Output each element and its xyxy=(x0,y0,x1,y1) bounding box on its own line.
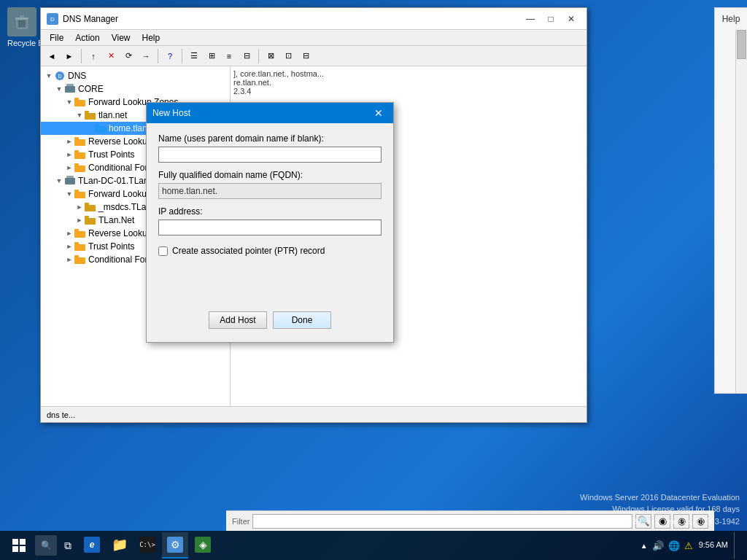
sys-tray: ▲ 🔊 🌐 ⚠ xyxy=(640,540,693,551)
task-view-button[interactable]: ⧉ xyxy=(57,532,79,559)
tree-expand-reverse[interactable]: ► xyxy=(64,136,74,147)
name-input[interactable] xyxy=(158,147,382,163)
menu-help[interactable]: Help xyxy=(136,31,166,44)
dialog-titlebar: New Host ✕ xyxy=(147,103,393,123)
name-label: Name (uses parent domain name if blank): xyxy=(158,133,382,144)
tree-expand-msdcs[interactable]: ► xyxy=(74,202,85,212)
tray-arrow[interactable]: ▲ xyxy=(640,542,648,550)
tree-expand-tlan[interactable]: ▼ xyxy=(74,110,85,120)
svg-rect-35 xyxy=(74,242,79,245)
add-host-button[interactable]: Add Host xyxy=(209,311,267,329)
fqdn-input[interactable] xyxy=(158,183,382,199)
close-button[interactable]: ✕ xyxy=(562,12,581,26)
tree-expand-cond2[interactable]: ► xyxy=(64,254,74,265)
tree-label-dns: DNS xyxy=(68,71,86,81)
tree-expand-home[interactable] xyxy=(85,123,95,133)
menu-view[interactable]: View xyxy=(106,31,136,44)
taskbar-dns[interactable]: ⚙ xyxy=(162,532,188,559)
tree-icon-tlan-dc xyxy=(64,175,76,187)
dns-statusbar: dns te... xyxy=(41,406,587,422)
dialog-close-button[interactable]: ✕ xyxy=(370,106,387,120)
toolbar-filter[interactable]: ☰ xyxy=(186,48,202,64)
watermark-line3: Build 14393.rs1_release.200303-1942 xyxy=(580,516,740,528)
tree-icon-folder5 xyxy=(74,188,86,200)
tree-item-dns[interactable]: ▼ D DNS xyxy=(41,69,230,82)
dns-toolbar: ◄ ► ↑ ✕ ⟳ → ? ☰ ⊞ ≡ ⊟ ⊠ ⊡ ⊟ xyxy=(41,46,587,66)
tree-expand-tlan2[interactable]: ► xyxy=(74,215,85,225)
tree-icon-tlan xyxy=(85,109,96,121)
toolbar-help[interactable]: ? xyxy=(162,48,178,64)
svg-rect-10 xyxy=(65,86,75,93)
toolbar-forward[interactable]: ► xyxy=(61,48,77,64)
tree-expand-dns[interactable]: ▼ xyxy=(44,71,54,81)
menu-file[interactable]: File xyxy=(44,31,69,44)
tree-item-core[interactable]: ▼ CORE xyxy=(41,82,230,96)
done-button[interactable]: Done xyxy=(273,311,331,329)
toolbar-extra3[interactable]: ⊟ xyxy=(298,48,314,64)
minimize-button[interactable]: — xyxy=(521,12,540,26)
maximize-button[interactable]: □ xyxy=(541,12,560,26)
svg-rect-30 xyxy=(85,218,96,225)
toolbar-extra1[interactable]: ⊠ xyxy=(263,48,279,64)
filter-label: Filter xyxy=(232,517,249,526)
tree-label-trust2: Trust Points xyxy=(88,241,135,252)
taskbar-app5[interactable]: ◈ xyxy=(190,532,216,559)
tray-volume[interactable]: 🔊 xyxy=(652,540,664,551)
search-icon: 🔍 xyxy=(41,540,52,551)
svg-rect-33 xyxy=(74,229,79,232)
tree-expand-trust2[interactable]: ► xyxy=(64,241,74,252)
svg-rect-22 xyxy=(74,166,85,172)
tree-expand-rev2[interactable]: ► xyxy=(64,228,74,238)
tray-network[interactable]: 🌐 xyxy=(668,540,680,551)
svg-rect-15 xyxy=(85,111,89,114)
dns-title-text: DNS Manager xyxy=(63,14,521,24)
show-desktop-button[interactable] xyxy=(734,532,738,559)
tree-expand-fwd2[interactable]: ▼ xyxy=(64,189,74,199)
start-button[interactable] xyxy=(3,532,35,559)
new-host-dialog: New Host ✕ Name (uses parent domain name… xyxy=(146,102,394,343)
toolbar-delete[interactable]: ✕ xyxy=(103,48,119,64)
svg-rect-21 xyxy=(74,150,79,153)
desktop: Recycle Bin D DNS Manager — □ ✕ File Act… xyxy=(0,0,747,560)
toolbar-view2[interactable]: ≡ xyxy=(221,48,237,64)
tree-label-tlan2: TLan.Net xyxy=(98,215,134,225)
toolbar-refresh[interactable]: ⟳ xyxy=(120,48,136,64)
ptr-label[interactable]: Create associated pointer (PTR) record xyxy=(172,246,325,256)
toolbar-up[interactable]: ↑ xyxy=(85,48,101,64)
dialog-title: New Host xyxy=(152,108,370,118)
filter-input-area[interactable] xyxy=(252,514,632,529)
tree-expand-cond[interactable]: ► xyxy=(64,163,74,173)
toolbar-export[interactable]: → xyxy=(138,48,154,64)
start-icon xyxy=(12,539,26,552)
tree-expand-tlan-dc[interactable]: ▼ xyxy=(54,176,64,186)
taskbar-cmd[interactable]: C:\> xyxy=(134,532,160,559)
cmd-icon: C:\> xyxy=(139,537,155,553)
ip-input[interactable] xyxy=(158,219,382,236)
toolbar-view3[interactable]: ⊟ xyxy=(239,48,255,64)
clock[interactable]: 9:56 AM xyxy=(699,540,728,551)
svg-rect-18 xyxy=(74,139,85,146)
dns-title-icon: D xyxy=(47,13,58,25)
toolbar-view1[interactable]: ⊞ xyxy=(204,48,220,64)
tree-expand-forward[interactable]: ▼ xyxy=(64,97,74,107)
menu-action[interactable]: Action xyxy=(69,31,105,44)
tree-label-core: CORE xyxy=(78,84,104,94)
tree-expand-trust[interactable]: ► xyxy=(64,149,74,160)
scrollbar-thumb[interactable] xyxy=(737,30,746,59)
taskbar-ie[interactable]: e xyxy=(79,532,105,559)
tree-icon-folder8 xyxy=(74,254,86,265)
tree-expand-core[interactable]: ▼ xyxy=(54,84,64,94)
svg-rect-1 xyxy=(15,18,28,20)
svg-rect-26 xyxy=(74,192,85,198)
tray-warning[interactable]: ⚠ xyxy=(684,540,693,551)
recycle-bin-icon xyxy=(7,7,36,36)
search-button[interactable]: 🔍 xyxy=(35,535,57,556)
taskbar-explorer[interactable]: 📁 xyxy=(107,532,133,559)
tree-icon-dns: D xyxy=(54,70,66,82)
window-controls: — □ ✕ xyxy=(521,12,581,26)
toolbar-back[interactable]: ◄ xyxy=(44,48,60,64)
ptr-checkbox[interactable] xyxy=(158,246,168,256)
svg-rect-14 xyxy=(85,113,96,120)
fqdn-label: Fully qualified domain name (FQDN): xyxy=(158,170,382,180)
toolbar-extra2[interactable]: ⊡ xyxy=(280,48,296,64)
